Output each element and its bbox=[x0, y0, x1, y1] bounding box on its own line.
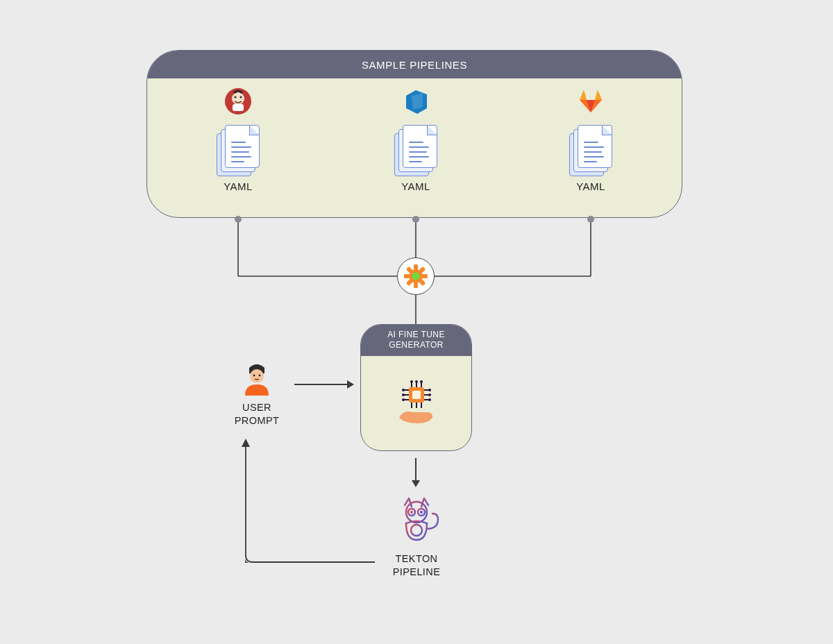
svg-point-52 bbox=[259, 375, 261, 377]
svg-point-58 bbox=[410, 511, 413, 514]
tekton-pipeline-node: TEKTON PIPELINE bbox=[375, 494, 458, 579]
svg-point-26 bbox=[412, 273, 420, 280]
pipeline-item-gitlab: YAML bbox=[549, 87, 632, 192]
arrow-ai-to-tekton bbox=[415, 458, 416, 486]
svg-marker-15 bbox=[580, 90, 587, 100]
svg-point-50 bbox=[250, 369, 264, 383]
tekton-label: TEKTON PIPELINE bbox=[375, 552, 458, 579]
svg-marker-16 bbox=[595, 90, 602, 100]
svg-point-59 bbox=[420, 511, 423, 514]
svg-marker-5 bbox=[242, 439, 250, 447]
pipeline-item-azure: YAML bbox=[374, 87, 457, 192]
tekton-cat-icon bbox=[389, 494, 444, 548]
svg-point-46 bbox=[402, 398, 405, 401]
svg-point-47 bbox=[428, 389, 431, 391]
connector-dot bbox=[235, 216, 242, 223]
file-type-label: YAML bbox=[374, 180, 457, 192]
user-label-line1: USER bbox=[242, 402, 271, 413]
azure-devops-icon bbox=[402, 87, 430, 115]
svg-rect-18 bbox=[414, 282, 418, 288]
connector-dot bbox=[412, 216, 419, 223]
ai-generator-title-line1: AI FINE TUNE bbox=[387, 330, 445, 339]
documents-icon bbox=[217, 125, 260, 176]
user-prompt-label: USER PROMPT bbox=[215, 401, 298, 427]
user-prompt-node: USER PROMPT bbox=[215, 362, 298, 427]
documents-icon bbox=[394, 125, 437, 176]
svg-rect-19 bbox=[404, 274, 410, 278]
jenkins-icon bbox=[224, 87, 252, 115]
svg-point-41 bbox=[410, 380, 413, 383]
architecture-diagram: SAMPLE PIPELINES YAML bbox=[0, 0, 833, 644]
svg-point-43 bbox=[420, 380, 423, 383]
svg-point-57 bbox=[411, 525, 422, 536]
ai-chip-hand-icon bbox=[392, 379, 441, 427]
ai-generator-title-line2: GENERATOR bbox=[389, 340, 444, 350]
svg-rect-28 bbox=[412, 391, 421, 399]
file-type-label: YAML bbox=[549, 180, 632, 192]
svg-point-42 bbox=[415, 380, 418, 383]
tekton-label-line2: PIPELINE bbox=[393, 566, 440, 577]
user-label-line2: PROMPT bbox=[235, 415, 279, 426]
documents-icon bbox=[569, 125, 612, 176]
connector-dot bbox=[587, 216, 594, 223]
sample-pipelines-header: SAMPLE PIPELINES bbox=[147, 51, 682, 78]
svg-rect-17 bbox=[414, 264, 418, 270]
svg-point-49 bbox=[428, 398, 431, 401]
svg-rect-8 bbox=[233, 104, 244, 111]
svg-point-44 bbox=[402, 389, 405, 391]
svg-point-51 bbox=[253, 375, 255, 377]
gitlab-icon bbox=[577, 87, 605, 115]
tekton-label-line1: TEKTON bbox=[396, 553, 438, 564]
processing-gear-node bbox=[397, 257, 435, 295]
svg-point-10 bbox=[239, 96, 242, 98]
person-icon bbox=[239, 362, 274, 397]
svg-marker-12 bbox=[412, 93, 423, 110]
gear-icon bbox=[403, 264, 428, 289]
arrow-user-to-ai bbox=[294, 384, 353, 385]
ai-generator-box: AI FINE TUNE GENERATOR bbox=[360, 324, 472, 451]
pipeline-item-jenkins: YAML bbox=[196, 87, 280, 192]
file-type-label: YAML bbox=[196, 180, 280, 192]
svg-point-45 bbox=[402, 393, 405, 396]
svg-point-9 bbox=[234, 96, 236, 98]
svg-point-48 bbox=[428, 393, 431, 396]
ai-generator-header: AI FINE TUNE GENERATOR bbox=[361, 325, 471, 356]
svg-rect-20 bbox=[422, 274, 428, 278]
